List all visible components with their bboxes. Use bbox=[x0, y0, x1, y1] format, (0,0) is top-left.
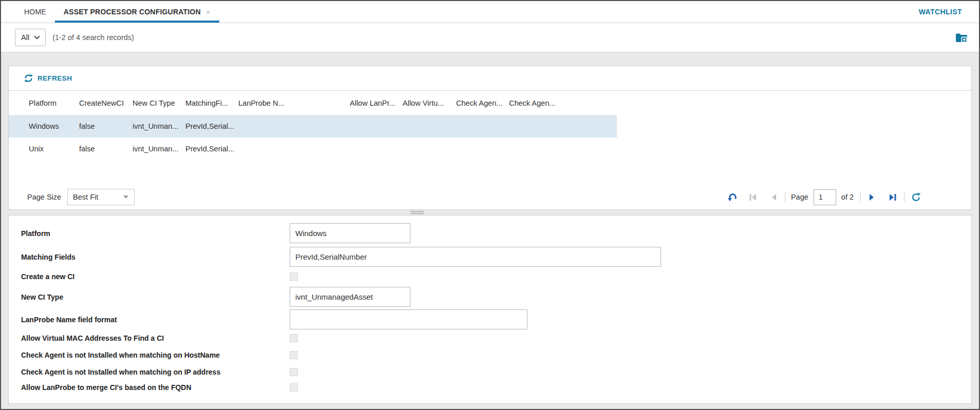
triangle-down-icon bbox=[123, 196, 128, 199]
table-cell: ivnt_Unman... bbox=[133, 145, 185, 153]
reload-icon[interactable] bbox=[909, 190, 922, 204]
grid-toolbar: REFRESH bbox=[9, 66, 971, 91]
table-cell: PrevId,Serial... bbox=[185, 145, 238, 153]
form-row: Matching Fields bbox=[21, 247, 971, 267]
column-header[interactable]: Allow LanPr... bbox=[350, 99, 403, 107]
page-of-label: of 2 bbox=[841, 193, 854, 201]
field-label: LanProbe Name field format bbox=[21, 316, 290, 324]
table-cell: false bbox=[79, 145, 133, 153]
table-cell: Unix bbox=[29, 145, 79, 153]
field-label: Check Agent is not Installed when matchi… bbox=[21, 351, 290, 359]
pagination-divider bbox=[785, 192, 785, 202]
column-header[interactable]: Check Agen... bbox=[456, 99, 509, 107]
tab-home-label: HOME bbox=[24, 8, 46, 16]
scope-dropdown[interactable]: All bbox=[15, 29, 46, 46]
tab-bar: HOME ASSET PROCESSOR CONFIGURATION × WAT… bbox=[1, 1, 979, 23]
field-label: Check Agent is not Installed when matchi… bbox=[21, 368, 290, 376]
form-row: Create a new CI bbox=[21, 272, 971, 281]
tab-home[interactable]: HOME bbox=[15, 1, 55, 23]
tab-asset-processor-configuration[interactable]: ASSET PROCESSOR CONFIGURATION × bbox=[55, 1, 219, 23]
column-header[interactable]: Allow Virtu... bbox=[403, 99, 456, 107]
table-cell: ivnt_Unman... bbox=[133, 122, 185, 130]
text-field[interactable] bbox=[290, 247, 661, 267]
form-row: LanProbe Name field format bbox=[21, 309, 971, 329]
checkbox[interactable] bbox=[290, 272, 298, 281]
page-size-label: Page Size bbox=[27, 193, 61, 201]
checkbox[interactable] bbox=[290, 383, 298, 392]
panel-splitter[interactable] bbox=[1, 210, 979, 215]
text-field[interactable] bbox=[290, 309, 527, 329]
grid-column-headers: PlatformCreateNewCINew CI TypeMatchingFi… bbox=[9, 91, 617, 115]
table-cell: PrevId,Serial... bbox=[185, 122, 238, 130]
app-window: HOME ASSET PROCESSOR CONFIGURATION × WAT… bbox=[0, 0, 980, 410]
scope-dropdown-value: All bbox=[21, 33, 29, 42]
refresh-icon bbox=[24, 74, 33, 83]
results-grid-panel: REFRESH PlatformCreateNewCINew CI TypeMa… bbox=[8, 66, 972, 210]
page-size-value: Best Fit bbox=[73, 193, 98, 201]
filter-bar: All (1-2 of 4 search records) ★ bbox=[1, 23, 979, 52]
field-label: Create a new CI bbox=[21, 272, 290, 281]
tab-active-label: ASSET PROCESSOR CONFIGURATION bbox=[64, 8, 201, 16]
form-row: Check Agent is not Installed when matchi… bbox=[21, 368, 971, 376]
pagination-bar: Page Size Best Fit bbox=[9, 185, 971, 209]
pagination-divider bbox=[904, 192, 904, 202]
splitter-grip-icon bbox=[410, 211, 424, 214]
column-header[interactable]: LanProbe N... bbox=[238, 99, 350, 107]
grid-rows: Windowsfalseivnt_Unman...PrevId,Serial..… bbox=[9, 115, 971, 160]
text-field[interactable] bbox=[290, 287, 410, 307]
svg-text:★: ★ bbox=[962, 36, 966, 42]
column-header[interactable]: CreateNewCI bbox=[79, 99, 133, 107]
table-cell: false bbox=[79, 122, 133, 130]
page-number-input[interactable] bbox=[814, 189, 836, 205]
form-row: Check Agent is not Installed when matchi… bbox=[21, 351, 971, 359]
field-label: New CI Type bbox=[21, 293, 290, 301]
next-page-icon[interactable] bbox=[865, 190, 879, 204]
folder-star-icon[interactable]: ★ bbox=[955, 32, 968, 43]
field-label: Platform bbox=[21, 229, 290, 238]
last-page-icon[interactable] bbox=[886, 190, 899, 204]
table-row[interactable]: Windowsfalseivnt_Unman...PrevId,Serial..… bbox=[9, 115, 617, 138]
field-label: Allow LanProbe to merge CI's based on th… bbox=[21, 383, 290, 392]
checkbox[interactable] bbox=[290, 368, 298, 376]
form-row: New CI Type bbox=[21, 287, 971, 307]
record-detail-form: PlatformMatching FieldsCreate a new CINe… bbox=[8, 215, 972, 404]
column-header[interactable]: MatchingFi... bbox=[185, 99, 238, 107]
field-label: Allow Virtual MAC Addresses To Find a CI bbox=[21, 334, 290, 342]
text-field[interactable] bbox=[290, 223, 410, 243]
column-header[interactable]: Check Agen... bbox=[509, 99, 609, 107]
refresh-button[interactable]: REFRESH bbox=[37, 74, 72, 82]
form-row: Allow LanProbe to merge CI's based on th… bbox=[21, 383, 971, 392]
page-size-dropdown[interactable]: Best Fit bbox=[67, 189, 135, 205]
checkbox[interactable] bbox=[290, 334, 298, 342]
table-cell: Windows bbox=[29, 122, 79, 130]
close-icon[interactable]: × bbox=[206, 8, 211, 16]
bottom-strip bbox=[1, 404, 979, 409]
page-label: Page bbox=[791, 193, 808, 201]
search-records-count: (1-2 of 4 search records) bbox=[52, 33, 134, 42]
column-header[interactable]: New CI Type bbox=[133, 99, 185, 107]
previous-page-icon[interactable] bbox=[767, 190, 780, 204]
first-page-icon[interactable] bbox=[746, 190, 760, 204]
column-header[interactable]: Platform bbox=[29, 99, 79, 107]
tabbar-spacer bbox=[219, 1, 919, 23]
field-label: Matching Fields bbox=[21, 253, 290, 261]
pagination-divider bbox=[860, 192, 861, 202]
form-row: Platform bbox=[21, 223, 971, 243]
page-gap bbox=[1, 52, 979, 66]
watchlist-link[interactable]: WATCHLIST bbox=[919, 1, 962, 23]
chevron-down-icon bbox=[34, 35, 40, 40]
undo-icon[interactable] bbox=[726, 190, 739, 204]
table-row[interactable]: Unixfalseivnt_Unman...PrevId,Serial... bbox=[9, 138, 617, 160]
form-row: Allow Virtual MAC Addresses To Find a CI bbox=[21, 334, 971, 342]
checkbox[interactable] bbox=[290, 351, 298, 359]
